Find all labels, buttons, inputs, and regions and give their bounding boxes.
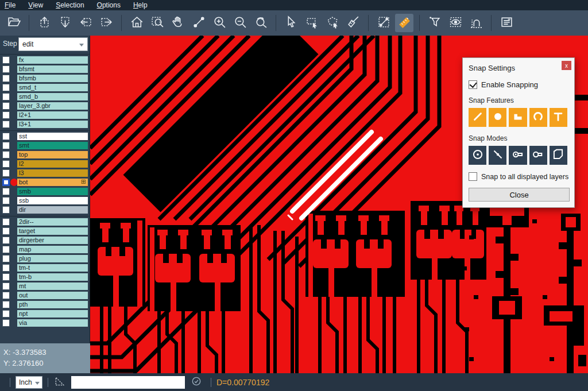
layer-visibility-checkbox[interactable]: [2, 151, 10, 158]
snap-mode-contour-button[interactable]: [550, 146, 567, 165]
layer-visibility-checkbox[interactable]: [2, 188, 10, 195]
tool-zoom-out-button[interactable]: [231, 14, 249, 32]
tool-layer-list-button[interactable]: [497, 14, 516, 32]
menu-item-selection[interactable]: Selection: [56, 0, 84, 10]
tool-ruler-button[interactable]: [395, 14, 413, 32]
layer-visibility-checkbox[interactable]: [2, 102, 10, 110]
menu-item-file[interactable]: File: [5, 0, 16, 10]
layer-visibility-checkbox[interactable]: [2, 273, 10, 281]
layer-name[interactable]: bot⊞: [17, 179, 88, 186]
tool-zoom-window-button[interactable]: [148, 14, 167, 32]
snap-mode-center-button[interactable]: [469, 146, 486, 165]
layer-name[interactable]: out: [17, 292, 88, 299]
layer-name[interactable]: l3+1: [17, 121, 88, 128]
tool-measure-button[interactable]: [189, 14, 208, 32]
layer-name[interactable]: target: [17, 227, 88, 235]
layer-name[interactable]: 2dir--: [17, 218, 88, 226]
tool-shift-down-button[interactable]: [56, 14, 74, 32]
layer-name[interactable]: npt: [17, 310, 88, 318]
snap-feature-arc-button[interactable]: [529, 108, 547, 127]
tool-shift-up-button[interactable]: [35, 14, 53, 32]
tool-select-rect-button[interactable]: [303, 14, 321, 32]
layer-visibility-checkbox[interactable]: [2, 75, 10, 82]
layer-name[interactable]: l2+1: [17, 111, 88, 119]
layer-visibility-checkbox[interactable]: [2, 218, 10, 226]
confirm-circle-icon[interactable]: [191, 375, 202, 389]
layer-name[interactable]: map: [17, 246, 88, 253]
layer-visibility-checkbox[interactable]: [2, 160, 10, 168]
layer-name[interactable]: tm-t: [17, 264, 88, 272]
layer-name[interactable]: via: [17, 319, 88, 327]
layer-name[interactable]: pth: [17, 301, 88, 308]
layer-visibility-checkbox[interactable]: [2, 111, 10, 119]
layer-visibility-checkbox[interactable]: [2, 133, 10, 140]
snap-all-layers-checkbox[interactable]: [469, 172, 477, 181]
tool-pan-button[interactable]: [169, 14, 187, 32]
layer-name[interactable]: bfsmb: [17, 75, 88, 82]
layer-name[interactable]: ssb: [17, 197, 88, 204]
measure-input[interactable]: [71, 376, 185, 389]
layer-name[interactable]: mt: [17, 282, 88, 290]
tool-zoom-back-button[interactable]: [252, 14, 270, 32]
layer-name[interactable]: top: [17, 151, 88, 158]
layer-visibility-checkbox[interactable]: [2, 264, 10, 272]
layer-name[interactable]: layer_3.gbr: [17, 102, 88, 110]
tool-filter-button[interactable]: [425, 14, 444, 32]
layer-visibility-checkbox[interactable]: [2, 169, 10, 177]
snap-mode-pad-edge-button[interactable]: [529, 146, 547, 165]
layer-name[interactable]: smb: [17, 188, 88, 195]
layer-visibility-checkbox[interactable]: [2, 246, 10, 253]
layer-name[interactable]: fx: [17, 56, 88, 64]
snap-mode-pad-center-button[interactable]: [509, 146, 527, 165]
layer-visibility-checkbox[interactable]: [2, 84, 10, 91]
layer-name[interactable]: l2: [17, 160, 88, 168]
tool-open-folder-button[interactable]: [5, 14, 23, 32]
layer-name[interactable]: plug: [17, 255, 88, 262]
layer-visibility-checkbox[interactable]: [2, 56, 10, 64]
layer-visibility-checkbox[interactable]: [2, 292, 10, 299]
menu-item-view[interactable]: View: [28, 0, 43, 10]
tool-measure-box-button[interactable]: [374, 14, 393, 32]
layer-name[interactable]: smt: [17, 142, 88, 149]
snap-feature-circle-button[interactable]: [489, 108, 506, 127]
layer-visibility-checkbox[interactable]: [2, 310, 10, 318]
layer-visibility-checkbox[interactable]: [2, 282, 10, 290]
menu-item-help[interactable]: Help: [133, 0, 148, 10]
menu-item-options[interactable]: Options: [97, 0, 121, 10]
layer-visibility-checkbox[interactable]: [2, 142, 10, 149]
layer-visibility-checkbox[interactable]: [2, 319, 10, 327]
tool-shift-right-button[interactable]: [97, 14, 115, 32]
tool-shift-left-button[interactable]: [76, 14, 95, 32]
layer-visibility-checkbox[interactable]: [2, 179, 10, 186]
tool-snap-button[interactable]: [467, 14, 485, 32]
layer-name[interactable]: bfsmt: [17, 65, 88, 73]
layer-visibility-checkbox[interactable]: [2, 237, 10, 244]
layer-name[interactable]: dirgerber: [17, 237, 88, 244]
tool-zoom-in-button[interactable]: [210, 14, 229, 32]
layer-visibility-checkbox[interactable]: [2, 301, 10, 308]
step-dropdown[interactable]: edit: [18, 37, 88, 51]
snap-feature-line-button[interactable]: [469, 108, 486, 127]
layer-visibility-checkbox[interactable]: [2, 93, 10, 100]
layer-name[interactable]: dir: [17, 206, 88, 214]
snap-feature-text-button[interactable]: [550, 108, 567, 127]
units-dropdown[interactable]: Inch: [16, 376, 42, 389]
tool-home-button[interactable]: [127, 14, 146, 32]
layer-visibility-checkbox[interactable]: [2, 206, 10, 214]
tool-select-poly-button[interactable]: [323, 14, 342, 32]
dialog-close-button[interactable]: x: [562, 61, 571, 70]
layer-visibility-checkbox[interactable]: [2, 65, 10, 73]
snap-feature-surface-button[interactable]: [509, 108, 527, 127]
layer-name[interactable]: l3: [17, 169, 88, 177]
layer-name[interactable]: sst: [17, 133, 88, 140]
layer-name[interactable]: smd_b: [17, 93, 88, 100]
layer-visibility-checkbox[interactable]: [2, 227, 10, 235]
layer-name[interactable]: smd_t: [17, 84, 88, 91]
layer-name[interactable]: tm-b: [17, 273, 88, 281]
tool-view-visibility-button[interactable]: [446, 14, 465, 32]
snap-mode-midpoint-button[interactable]: [489, 146, 506, 165]
tool-select-button[interactable]: [282, 14, 300, 32]
tool-clean-button[interactable]: [344, 14, 362, 32]
layer-visibility-checkbox[interactable]: [2, 197, 10, 204]
layer-visibility-checkbox[interactable]: [2, 121, 10, 128]
